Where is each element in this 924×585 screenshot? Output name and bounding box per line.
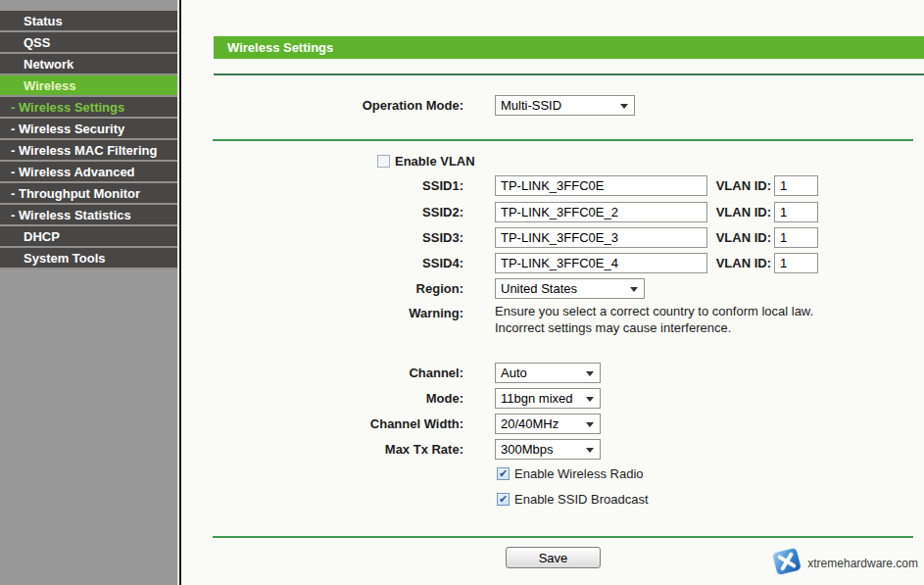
ssid1-label: SSID1: [181, 175, 463, 196]
mode-select[interactable]: 11bgn mixed [495, 388, 601, 409]
region-label: Region: [181, 278, 463, 299]
sidebar-item-wireless-mac-filtering[interactable]: - Wireless MAC Filtering [0, 140, 177, 162]
sidebar-item-status[interactable]: Status [0, 11, 177, 32]
main-content: Wireless Settings Operation Mode: Multi-… [181, 0, 924, 585]
enable-vlan-checkbox[interactable] [377, 155, 390, 168]
warning-line1: Ensure you select a correct country to c… [495, 303, 813, 319]
region-row: Region: United States [181, 278, 924, 300]
sidebar: Status QSS Network Wireless - Wireless S… [0, 0, 177, 585]
operation-mode-select[interactable]: Multi-SSID [495, 95, 635, 116]
enable-wireless-radio-row: Enable Wireless Radio [181, 464, 924, 486]
channel-label: Channel: [181, 363, 463, 383]
channel-select[interactable]: Auto [495, 363, 601, 383]
max-tx-rate-select[interactable]: 300Mbps [495, 439, 601, 460]
enable-ssid-broadcast-row: Enable SSID Broadcast [181, 490, 924, 512]
separator-middle [213, 139, 913, 141]
vlan-id-4-label: VLAN ID: [642, 253, 771, 273]
sidebar-item-wireless-advanced[interactable]: - Wireless Advanced [0, 162, 177, 183]
ssid3-label: SSID3: [181, 227, 463, 248]
xtremehardware-x-icon [769, 546, 804, 581]
ssid3-row: SSID3: VLAN ID: [181, 227, 924, 249]
sidebar-item-wireless-statistics[interactable]: - Wireless Statistics [0, 205, 177, 226]
region-select[interactable]: United States [495, 278, 645, 299]
enable-ssid-broadcast-checkbox[interactable] [497, 493, 510, 506]
page-title: Wireless Settings [214, 36, 924, 59]
ssid2-label: SSID2: [181, 202, 463, 222]
watermark-logo: xtremehardware.com [769, 546, 918, 581]
ssid1-row: SSID1: VLAN ID: [181, 175, 924, 197]
vlan-id-2-input[interactable] [774, 202, 818, 222]
sidebar-item-network[interactable]: Network [0, 54, 177, 75]
vlan-id-2-label: VLAN ID: [642, 202, 771, 222]
channel-width-label: Channel Width: [181, 414, 463, 434]
warning-text: Ensure you select a correct country to c… [495, 303, 813, 336]
sidebar-item-wireless[interactable]: Wireless [0, 75, 177, 97]
separator-bottom [213, 536, 913, 538]
ssid4-row: SSID4: VLAN ID: [181, 253, 924, 274]
watermark-text: xtremehardware.com [807, 557, 918, 570]
sidebar-item-qss[interactable]: QSS [0, 32, 177, 54]
ssid4-label: SSID4: [181, 253, 463, 273]
vlan-id-3-label: VLAN ID: [642, 227, 771, 248]
vlan-id-1-label: VLAN ID: [642, 175, 771, 196]
channel-width-row: Channel Width: 20/40MHz [181, 414, 924, 435]
vlan-id-3-input[interactable] [774, 227, 818, 248]
ssid2-row: SSID2: VLAN ID: [181, 202, 924, 223]
channel-width-select[interactable]: 20/40MHz [495, 414, 601, 434]
router-admin-page: Status QSS Network Wireless - Wireless S… [0, 0, 924, 585]
save-button[interactable]: Save [506, 547, 601, 568]
sidebar-item-dhcp[interactable]: DHCP [0, 226, 177, 248]
warning-line2: Incorrect settings may cause interferenc… [495, 319, 813, 336]
operation-mode-row: Operation Mode: Multi-SSID [181, 95, 924, 117]
mode-label: Mode: [181, 388, 463, 409]
vlan-id-1-input[interactable] [774, 175, 818, 196]
sidebar-menu: Status QSS Network Wireless - Wireless S… [0, 0, 177, 269]
enable-wireless-radio-checkbox[interactable] [497, 467, 510, 480]
sidebar-item-system-tools[interactable]: System Tools [0, 248, 177, 269]
channel-row: Channel: Auto [181, 363, 924, 384]
mode-row: Mode: 11bgn mixed [181, 388, 924, 410]
warning-label: Warning: [181, 303, 463, 323]
warning-row: Warning: Ensure you select a correct cou… [181, 303, 924, 338]
enable-vlan-row: Enable VLAN [181, 152, 924, 173]
vlan-id-4-input[interactable] [774, 253, 818, 273]
separator-top [214, 73, 924, 75]
enable-wireless-radio-label: Enable Wireless Radio [514, 464, 644, 484]
enable-vlan-label: Enable VLAN [395, 152, 475, 171]
operation-mode-label: Operation Mode: [181, 95, 463, 116]
sidebar-item-wireless-settings[interactable]: - Wireless Settings [0, 97, 177, 119]
enable-ssid-broadcast-label: Enable SSID Broadcast [514, 490, 649, 510]
max-tx-rate-row: Max Tx Rate: 300Mbps [181, 439, 924, 461]
sidebar-item-wireless-security[interactable]: - Wireless Security [0, 119, 177, 140]
max-tx-rate-label: Max Tx Rate: [181, 439, 463, 460]
sidebar-item-throughput-monitor[interactable]: - Throughput Monitor [0, 183, 177, 205]
